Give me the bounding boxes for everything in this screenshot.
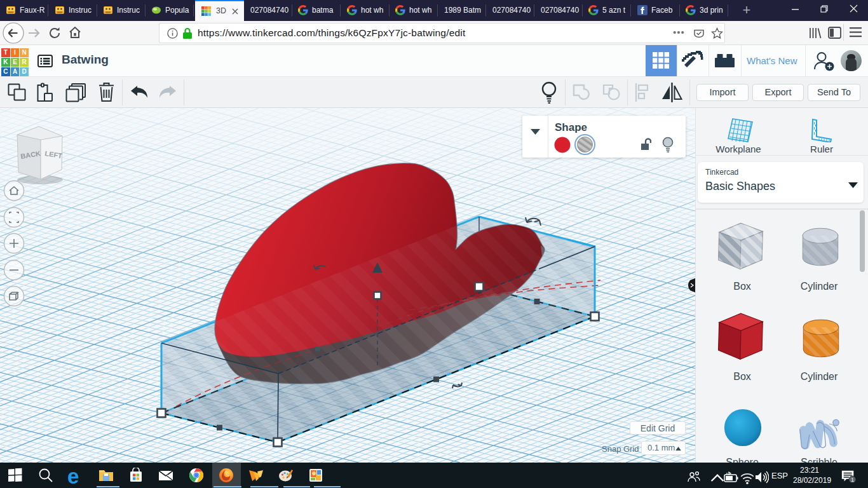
svg-text:1: 1 (851, 477, 854, 483)
